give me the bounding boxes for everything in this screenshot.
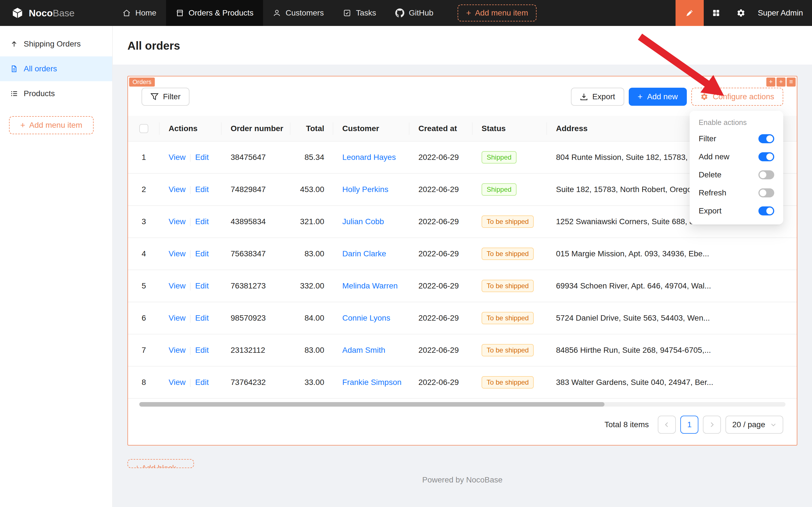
configure-actions-button[interactable]: Configure actions bbox=[691, 88, 783, 106]
add-menu-item-button-sidebar[interactable]: + Add menu item bbox=[9, 116, 94, 134]
add-menu-item-button-navbar[interactable]: + Add menu item bbox=[458, 4, 536, 21]
address-cell: 5724 Daniel Drive, Suite 563, 54403, Wen… bbox=[547, 302, 797, 334]
horizontal-scrollbar-thumb[interactable] bbox=[139, 402, 604, 407]
github-icon bbox=[395, 8, 404, 17]
view-link[interactable]: View bbox=[169, 185, 185, 194]
nav-item-github[interactable]: GitHub bbox=[386, 0, 443, 26]
add-block-button[interactable]: + Add block bbox=[127, 459, 194, 468]
plus-icon: + bbox=[638, 93, 643, 101]
menu-item-refresh[interactable]: Refresh bbox=[692, 184, 781, 202]
user-menu[interactable]: Super Admin bbox=[753, 8, 812, 17]
file-icon bbox=[10, 65, 18, 73]
menu-item-label: Add new bbox=[699, 152, 730, 161]
ui-editor-button[interactable] bbox=[676, 0, 704, 26]
nav-item-orders-products[interactable]: Orders & Products bbox=[166, 0, 263, 26]
select-all-checkbox[interactable] bbox=[139, 124, 148, 133]
view-link[interactable]: View bbox=[169, 314, 185, 322]
menu-item-filter[interactable]: Filter bbox=[692, 130, 781, 148]
toggle-switch[interactable] bbox=[758, 134, 774, 143]
menu-item-add-new[interactable]: Add new bbox=[692, 148, 781, 166]
total-cell: 84.00 bbox=[290, 302, 333, 334]
nav-item-tasks[interactable]: Tasks bbox=[333, 0, 386, 26]
sidebar-item-all-orders[interactable]: All orders bbox=[0, 56, 112, 81]
filter-button-label: Filter bbox=[163, 92, 180, 101]
edit-link[interactable]: Edit bbox=[195, 217, 209, 226]
view-link[interactable]: View bbox=[169, 153, 185, 162]
add-new-button[interactable]: + Add new bbox=[629, 88, 687, 106]
sidebar-item-label: All orders bbox=[24, 64, 57, 73]
table-row: 5 ViewEdit 76381273 332.00 Melinda Warre… bbox=[128, 270, 797, 302]
status-badge: To be shipped bbox=[481, 215, 534, 228]
edit-link[interactable]: Edit bbox=[195, 378, 209, 387]
settings-button[interactable] bbox=[729, 0, 753, 26]
plugins-button[interactable] bbox=[704, 0, 729, 26]
customer-link[interactable]: Adam Smith bbox=[342, 346, 386, 354]
menu-item-label: Delete bbox=[699, 170, 721, 179]
nocobase-cube-icon bbox=[11, 7, 24, 19]
filter-button[interactable]: Filter bbox=[141, 88, 189, 106]
edit-link[interactable]: Edit bbox=[195, 249, 209, 258]
page-size-value: 20 / page bbox=[732, 420, 765, 429]
row-index: 7 bbox=[128, 334, 160, 366]
toggle-switch[interactable] bbox=[758, 188, 774, 198]
page-number-button[interactable]: 1 bbox=[680, 416, 698, 434]
brand-name-bold: Noco bbox=[29, 8, 53, 18]
previous-page-button[interactable] bbox=[658, 416, 676, 434]
view-link[interactable]: View bbox=[169, 346, 185, 354]
nav-item-label: Home bbox=[135, 8, 157, 17]
edit-link[interactable]: Edit bbox=[195, 153, 209, 162]
sidebar-item-shipping-orders[interactable]: Shipping Orders bbox=[0, 32, 112, 56]
customer-link[interactable]: Frankie Simpson bbox=[342, 378, 402, 387]
table-row: 6 ViewEdit 98570923 84.00 Connie Lyons 2… bbox=[128, 302, 797, 334]
status-badge: To be shipped bbox=[481, 344, 534, 356]
designer-add-icon[interactable]: + bbox=[776, 77, 786, 87]
column-header-order-number: Order number bbox=[222, 116, 290, 141]
view-link[interactable]: View bbox=[169, 281, 185, 290]
nav-item-customers[interactable]: Customers bbox=[263, 0, 333, 26]
menu-item-export[interactable]: Export bbox=[692, 202, 781, 220]
toggle-switch[interactable] bbox=[758, 207, 774, 215]
view-link[interactable]: View bbox=[169, 217, 185, 226]
view-link[interactable]: View bbox=[169, 249, 185, 258]
sidebar-item-products[interactable]: Products bbox=[0, 81, 112, 106]
divider bbox=[190, 379, 190, 387]
add-menu-item-label: Add menu item bbox=[29, 121, 82, 130]
total-cell: 332.00 bbox=[290, 270, 333, 302]
status-badge: To be shipped bbox=[481, 376, 534, 389]
customer-link[interactable]: Leonard Hayes bbox=[342, 153, 396, 162]
toggle-switch[interactable] bbox=[758, 152, 774, 161]
toggle-switch[interactable] bbox=[758, 170, 774, 179]
chevron-left-icon bbox=[663, 421, 670, 428]
horizontal-scrollbar-track bbox=[139, 402, 786, 407]
edit-link[interactable]: Edit bbox=[195, 185, 209, 194]
top-navbar: NocoBase Home Orders & Products Customer… bbox=[0, 0, 812, 26]
export-button[interactable]: Export bbox=[571, 88, 624, 106]
left-sidebar: Shipping Orders All orders Products + Ad… bbox=[0, 26, 113, 507]
view-link[interactable]: View bbox=[169, 378, 185, 387]
menu-item-delete[interactable]: Delete bbox=[692, 166, 781, 184]
order-number-cell: 75638347 bbox=[222, 238, 290, 270]
grid-icon bbox=[712, 8, 721, 17]
highlighter-icon bbox=[685, 8, 695, 18]
edit-link[interactable]: Edit bbox=[195, 281, 209, 290]
brand-logo[interactable]: NocoBase bbox=[0, 7, 113, 19]
order-number-cell: 74829847 bbox=[222, 173, 290, 206]
designer-menu-icon[interactable]: ≡ bbox=[787, 77, 796, 87]
total-cell: 453.00 bbox=[290, 173, 333, 206]
edit-link[interactable]: Edit bbox=[195, 314, 209, 322]
row-index: 6 bbox=[128, 302, 160, 334]
customer-link[interactable]: Holly Perkins bbox=[342, 185, 388, 194]
page-size-select[interactable]: 20 / page bbox=[726, 416, 783, 434]
plus-icon: + bbox=[135, 463, 140, 468]
row-index: 5 bbox=[128, 270, 160, 302]
customer-link[interactable]: Melinda Warren bbox=[342, 281, 398, 290]
next-page-button[interactable] bbox=[703, 416, 721, 434]
customer-link[interactable]: Connie Lyons bbox=[342, 314, 390, 322]
customer-link[interactable]: Darin Clarke bbox=[342, 249, 386, 258]
nav-item-home[interactable]: Home bbox=[113, 0, 166, 26]
designer-drag-icon[interactable]: + bbox=[766, 77, 775, 87]
edit-link[interactable]: Edit bbox=[195, 346, 209, 354]
chevron-right-icon bbox=[708, 421, 715, 428]
customer-link[interactable]: Julian Cobb bbox=[342, 217, 384, 226]
column-header-status: Status bbox=[472, 116, 547, 141]
